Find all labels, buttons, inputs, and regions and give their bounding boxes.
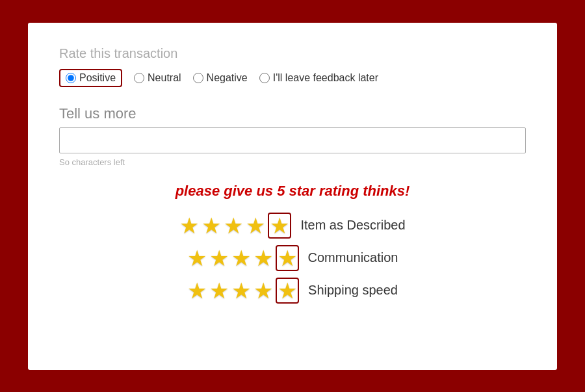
rating-row-shipping: ★ ★ ★ ★ ★ Shipping speed	[187, 278, 398, 304]
star-comm-5[interactable]: ★	[276, 245, 299, 271]
ratings-table: ★ ★ ★ ★ ★ Item as Described ★ ★ ★ ★ ★ Co…	[59, 213, 526, 304]
rating-row-item: ★ ★ ★ ★ ★ Item as Described	[179, 213, 405, 239]
star-3[interactable]: ★	[224, 215, 243, 237]
stars-item: ★ ★ ★ ★ ★	[179, 213, 291, 239]
tell-us-label: Tell us more	[59, 105, 526, 122]
feedback-input[interactable]	[59, 127, 526, 153]
rating-row-communication: ★ ★ ★ ★ ★ Communication	[187, 245, 398, 271]
star-ship-5[interactable]: ★	[276, 278, 299, 304]
radio-negative[interactable]: Negative	[193, 72, 248, 84]
star-4[interactable]: ★	[246, 215, 265, 237]
stars-shipping: ★ ★ ★ ★ ★	[187, 278, 299, 304]
stars-communication: ★ ★ ★ ★ ★	[187, 245, 299, 271]
section-title: Rate this transaction	[59, 46, 526, 61]
radio-neutral-label: Neutral	[148, 72, 181, 84]
radio-later[interactable]: I'll leave feedback later	[259, 72, 378, 84]
star-comm-1[interactable]: ★	[187, 247, 207, 269]
rating-label-communication: Communication	[308, 250, 398, 265]
star-comm-4[interactable]: ★	[254, 247, 273, 269]
radio-group: Positive Neutral Negative I'll leave fee…	[59, 69, 526, 87]
star-ship-4[interactable]: ★	[254, 280, 273, 302]
star-ship-1[interactable]: ★	[187, 280, 207, 302]
radio-neutral[interactable]: Neutral	[134, 72, 181, 84]
rating-label-shipping: Shipping speed	[308, 283, 398, 298]
radio-negative-label: Negative	[207, 72, 248, 84]
star-5[interactable]: ★	[268, 213, 291, 239]
star-comm-3[interactable]: ★	[231, 247, 251, 269]
rating-label-item: Item as Described	[300, 218, 405, 233]
star-ship-2[interactable]: ★	[209, 280, 229, 302]
star-comm-2[interactable]: ★	[209, 247, 229, 269]
radio-positive[interactable]: Positive	[59, 69, 122, 87]
star-2[interactable]: ★	[202, 215, 221, 237]
radio-positive-label: Positive	[79, 72, 116, 84]
chars-left: So characters left	[59, 157, 526, 167]
main-card: Rate this transaction Positive Neutral N…	[26, 21, 559, 372]
star-1[interactable]: ★	[179, 215, 199, 237]
star-ship-3[interactable]: ★	[231, 280, 251, 302]
radio-later-label: I'll leave feedback later	[273, 72, 378, 84]
promo-text: please give us 5 star rating thinks!	[59, 183, 526, 200]
